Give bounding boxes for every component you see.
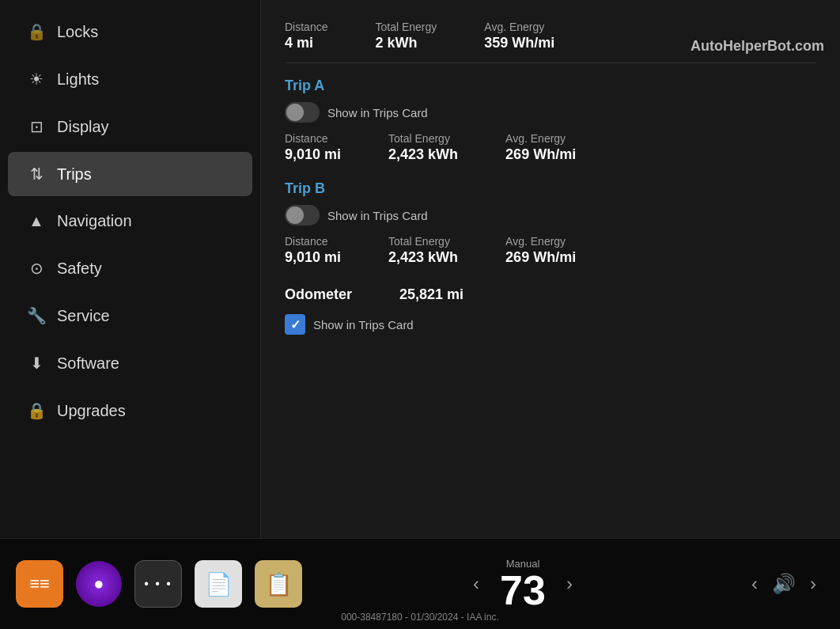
bottom-watermark: 000-38487180 - 01/30/2024 - IAA inc. bbox=[341, 612, 498, 623]
trip-a-title: Trip A bbox=[285, 78, 816, 94]
music-app-button[interactable]: ≡≡ bbox=[16, 560, 63, 608]
notes-app-button[interactable]: 📄 bbox=[195, 560, 242, 608]
volume-up-button[interactable]: › bbox=[802, 565, 824, 603]
trip-b-show-card-row: Show in Trips Card bbox=[285, 205, 816, 225]
book-icon: 📋 bbox=[265, 571, 293, 597]
top-section: 🔒 Locks ☀ Lights ⊡ Display ⇅ Trips ▲ Nav… bbox=[0, 0, 840, 538]
trip-a-section: Trip A Show in Trips Card Distance 9,010… bbox=[285, 78, 816, 163]
sidebar-label-display: Display bbox=[57, 118, 109, 136]
trip-b-avg-energy: Avg. Energy 269 Wh/mi bbox=[505, 235, 576, 266]
overall-distance-label: Distance bbox=[285, 21, 327, 33]
odometer-section: Odometer 25,821 mi Show in Trips Card bbox=[285, 283, 816, 335]
more-apps-button[interactable]: • • • bbox=[134, 560, 182, 608]
sidebar-item-lights[interactable]: ☀ Lights bbox=[8, 57, 252, 101]
safety-icon: ⊙ bbox=[27, 259, 46, 278]
trip-a-avg-energy: Avg. Energy 269 Wh/mi bbox=[505, 132, 576, 163]
odometer-show-card-label: Show in Trips Card bbox=[313, 318, 414, 332]
trip-a-total-energy: Total Energy 2,423 kWh bbox=[388, 132, 458, 163]
trip-a-show-card-label: Show in Trips Card bbox=[327, 106, 428, 119]
trip-a-distance-value: 9,010 mi bbox=[285, 146, 341, 163]
taskbar: ≡≡ ● • • • 📄 📋 ‹ Manual 73 › ‹ 🔊 › bbox=[0, 538, 840, 629]
speed-value: 73 bbox=[500, 570, 546, 611]
speed-control: ‹ Manual 73 › bbox=[315, 558, 731, 611]
sidebar-item-service[interactable]: 🔧 Service bbox=[8, 294, 252, 338]
display-icon: ⊡ bbox=[27, 117, 46, 136]
trip-b-toggle[interactable] bbox=[285, 205, 320, 225]
trip-a-avg-value: 269 Wh/mi bbox=[505, 146, 576, 163]
odometer-label: Odometer bbox=[285, 286, 352, 303]
trip-a-distance: Distance 9,010 mi bbox=[285, 132, 341, 163]
trip-b-energy-label: Total Energy bbox=[388, 235, 458, 248]
lights-icon: ☀ bbox=[27, 70, 46, 89]
sidebar-label-upgrades: Upgrades bbox=[57, 402, 126, 420]
trip-b-title: Trip B bbox=[285, 180, 816, 197]
software-icon: ⬇ bbox=[27, 354, 46, 373]
upgrades-icon: 🔒 bbox=[27, 401, 46, 420]
trip-b-distance-label: Distance bbox=[285, 235, 341, 248]
speed-display: Manual 73 bbox=[500, 558, 546, 611]
speed-up-button[interactable]: › bbox=[558, 565, 581, 603]
trip-b-total-energy: Total Energy 2,423 kWh bbox=[388, 235, 458, 266]
sidebar-label-locks: Locks bbox=[57, 23, 98, 41]
overall-distance: Distance 4 mi bbox=[285, 21, 327, 51]
sidebar-label-navigation: Navigation bbox=[57, 212, 132, 230]
trip-a-avg-label: Avg. Energy bbox=[505, 132, 576, 145]
trip-b-distance-value: 9,010 mi bbox=[285, 249, 341, 266]
odometer-checkbox[interactable] bbox=[285, 314, 305, 335]
sidebar-label-safety: Safety bbox=[57, 260, 102, 278]
trip-a-show-card-row: Show in Trips Card bbox=[285, 102, 816, 123]
trip-a-toggle[interactable] bbox=[285, 102, 320, 123]
trip-b-section: Trip B Show in Trips Card Distance 9,010… bbox=[285, 180, 816, 266]
camera-app-button[interactable]: ● bbox=[76, 561, 122, 607]
trip-b-avg-label: Avg. Energy bbox=[505, 235, 576, 248]
sidebar-label-software: Software bbox=[57, 354, 119, 373]
dots-icon: • • • bbox=[144, 577, 172, 591]
overall-total-energy: Total Energy 2 kWh bbox=[375, 21, 437, 51]
sidebar-item-display[interactable]: ⊡ Display bbox=[8, 104, 252, 149]
sidebar-item-trips[interactable]: ⇅ Trips bbox=[8, 152, 252, 196]
sidebar-item-software[interactable]: ⬇ Software bbox=[8, 341, 252, 385]
camera-icon: ● bbox=[93, 574, 104, 594]
overall-avg-value: 359 Wh/mi bbox=[484, 35, 554, 51]
odometer-value: 25,821 mi bbox=[399, 286, 464, 303]
trip-a-distance-label: Distance bbox=[285, 132, 341, 145]
notes-icon: 📄 bbox=[205, 571, 233, 597]
sidebar-item-locks[interactable]: 🔒 Locks bbox=[8, 9, 252, 54]
odometer-show-card-row: Show in Trips Card bbox=[285, 314, 816, 335]
main-content: Distance 4 mi Total Energy 2 kWh Avg. En… bbox=[261, 0, 840, 538]
sidebar: 🔒 Locks ☀ Lights ⊡ Display ⇅ Trips ▲ Nav… bbox=[0, 0, 261, 538]
volume-icon: 🔊 bbox=[772, 573, 796, 595]
trip-b-energy-value: 2,423 kWh bbox=[388, 249, 458, 266]
overall-energy-label: Total Energy bbox=[375, 21, 437, 33]
overall-avg-energy: Avg. Energy 359 Wh/mi bbox=[484, 21, 554, 51]
book-app-button[interactable]: 📋 bbox=[255, 560, 302, 608]
speed-down-button[interactable]: ‹ bbox=[465, 565, 487, 603]
overall-distance-value: 4 mi bbox=[285, 35, 327, 51]
trip-a-stats-row: Distance 9,010 mi Total Energy 2,423 kWh… bbox=[285, 132, 816, 163]
main-container: AutoHelperBot.com 🔒 Locks ☀ Lights ⊡ Dis… bbox=[0, 0, 840, 629]
overall-avg-label: Avg. Energy bbox=[484, 21, 554, 33]
watermark: AutoHelperBot.com bbox=[691, 38, 824, 55]
sidebar-label-service: Service bbox=[57, 307, 110, 325]
sidebar-label-trips: Trips bbox=[57, 165, 92, 184]
sidebar-item-safety[interactable]: ⊙ Safety bbox=[8, 246, 252, 290]
volume-down-button[interactable]: ‹ bbox=[744, 565, 766, 603]
trips-icon: ⇅ bbox=[27, 165, 46, 184]
trip-b-avg-value: 269 Wh/mi bbox=[505, 249, 576, 266]
trip-a-energy-label: Total Energy bbox=[388, 132, 458, 145]
sidebar-item-navigation[interactable]: ▲ Navigation bbox=[8, 199, 252, 243]
volume-control: ‹ 🔊 › bbox=[744, 565, 824, 603]
sidebar-label-lights: Lights bbox=[57, 70, 99, 89]
locks-icon: 🔒 bbox=[27, 22, 46, 41]
navigation-icon: ▲ bbox=[27, 212, 46, 230]
music-icon: ≡≡ bbox=[29, 574, 50, 594]
trip-b-distance: Distance 9,010 mi bbox=[285, 235, 341, 266]
trip-b-show-card-label: Show in Trips Card bbox=[327, 209, 428, 222]
overall-energy-value: 2 kWh bbox=[375, 35, 437, 51]
service-icon: 🔧 bbox=[27, 306, 46, 325]
sidebar-item-upgrades[interactable]: 🔒 Upgrades bbox=[8, 388, 252, 433]
trip-a-energy-value: 2,423 kWh bbox=[388, 146, 458, 163]
odometer-row: Odometer 25,821 mi bbox=[285, 283, 816, 303]
trip-b-stats-row: Distance 9,010 mi Total Energy 2,423 kWh… bbox=[285, 235, 816, 266]
